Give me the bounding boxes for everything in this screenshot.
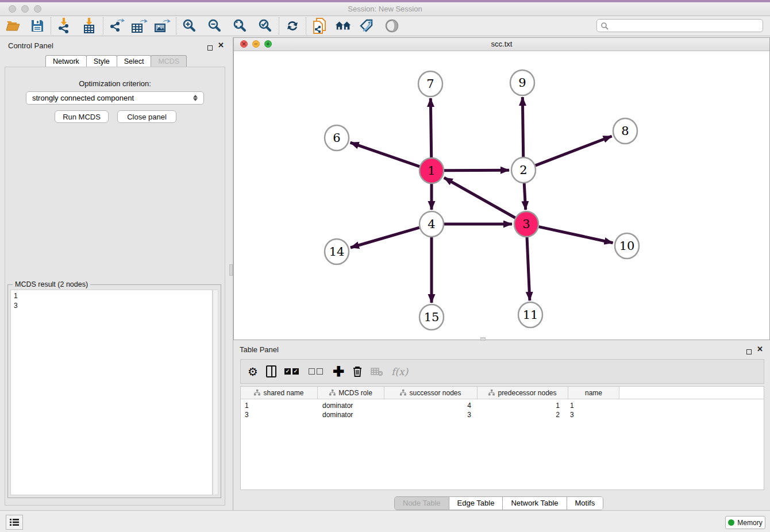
open-folder-icon[interactable] — [5, 17, 22, 34]
task-history-button[interactable] — [6, 515, 23, 530]
graph-node-3[interactable]: 3 — [514, 211, 538, 237]
export-table-icon[interactable] — [131, 17, 148, 34]
tab-edge-table[interactable]: Edge Table — [449, 497, 503, 510]
show-all-panels-icon[interactable] — [335, 17, 352, 34]
table-panel-header: Table Panel ✕ — [233, 343, 770, 358]
mcds-result-groupbox: MCDS result (2 nodes) 1 3 — [7, 284, 221, 498]
close-window-button[interactable] — [9, 5, 16, 13]
graph-node-9[interactable]: 9 — [510, 70, 534, 95]
delete-table-icon[interactable] — [371, 364, 383, 380]
mcds-result-text[interactable]: 1 3 — [10, 290, 213, 495]
tab-mcds[interactable]: MCDS — [151, 55, 187, 67]
export-network-icon[interactable] — [108, 17, 125, 34]
delete-column-icon[interactable] — [352, 364, 363, 380]
graph-edge-2-8[interactable] — [536, 136, 612, 165]
svg-text:4: 4 — [428, 217, 435, 231]
column-type-icon — [488, 390, 495, 396]
close-panel-icon[interactable]: ✕ — [218, 43, 224, 48]
add-column-icon[interactable]: ✚ — [333, 364, 344, 380]
graph-node-7[interactable]: 7 — [418, 71, 442, 97]
search-icon — [600, 22, 609, 30]
svg-text:11: 11 — [523, 308, 538, 322]
panel-splitter[interactable] — [229, 37, 233, 510]
column-header-predecessor-nodes[interactable]: predecessor nodes — [478, 387, 568, 399]
graph-edge-3-10[interactable] — [538, 227, 613, 243]
graph-edge-1-7[interactable] — [430, 98, 431, 158]
tab-network[interactable]: Network — [45, 55, 87, 67]
column-type-icon — [400, 390, 406, 396]
network-minimize-icon[interactable]: − — [252, 40, 260, 48]
network-canvas[interactable]: 7968124314101511 — [234, 51, 769, 340]
svg-text:8: 8 — [621, 124, 629, 138]
zoom-fit-icon[interactable] — [232, 17, 249, 34]
table-row[interactable]: 3 dominator 3 2 3 — [241, 411, 764, 420]
table-settings-gear-icon[interactable]: ⚙ — [248, 364, 258, 380]
run-mcds-button[interactable]: Run MCDS — [55, 110, 109, 123]
show-graphics-details-icon[interactable] — [383, 17, 401, 34]
select-all-icon[interactable]: ✓✓ — [284, 364, 301, 380]
close-panel-button[interactable]: Close panel — [117, 110, 176, 123]
network-resize-grip-icon[interactable] — [480, 337, 486, 341]
graph-node-11[interactable]: 11 — [518, 302, 542, 327]
graph-edge-1-2[interactable] — [444, 170, 509, 171]
memory-button[interactable]: Memory — [725, 516, 765, 529]
tab-style[interactable]: Style — [86, 55, 117, 67]
column-header-mcds-role[interactable]: MCDS role — [318, 387, 384, 399]
result-scrollbar[interactable] — [213, 290, 218, 495]
function-builder-icon[interactable]: f(x) — [391, 364, 408, 380]
new-network-from-selection-icon[interactable] — [311, 17, 328, 34]
import-network-icon[interactable] — [56, 17, 73, 34]
float-panel-icon[interactable] — [207, 43, 213, 53]
export-image-icon[interactable] — [154, 17, 171, 34]
graph-node-14[interactable]: 14 — [325, 239, 349, 264]
zoom-selected-icon[interactable] — [257, 17, 274, 34]
tab-node-table[interactable]: Node Table — [395, 497, 449, 510]
split-pane-icon[interactable] — [266, 364, 276, 380]
window-title: Session: New Session — [0, 2, 770, 16]
status-bar: Memory — [0, 510, 770, 532]
graph-edge-2-9[interactable] — [522, 97, 523, 157]
zoom-in-icon[interactable] — [181, 17, 198, 34]
criterion-dropdown[interactable]: strongly connected component — [26, 91, 204, 105]
network-close-icon[interactable]: ✕ — [240, 40, 248, 48]
hide-labels-icon[interactable] — [359, 17, 376, 34]
graph-edge-2-3[interactable] — [524, 183, 526, 210]
graph-edge-1-6[interactable] — [351, 142, 420, 167]
column-header-shared-name[interactable]: shared name — [241, 387, 318, 399]
import-table-icon[interactable] — [81, 17, 98, 34]
minimize-window-button[interactable] — [21, 5, 29, 13]
table-row[interactable]: 1 dominator 4 1 1 — [241, 402, 764, 411]
column-header-successor-nodes[interactable]: successor nodes — [384, 387, 478, 399]
svg-text:15: 15 — [424, 310, 440, 324]
graph-node-6[interactable]: 6 — [325, 125, 349, 151]
graph-node-2[interactable]: 2 — [511, 157, 536, 183]
tab-select[interactable]: Select — [117, 55, 152, 67]
zoom-out-icon[interactable] — [206, 17, 224, 34]
graph-node-1[interactable]: 1 — [419, 158, 444, 183]
save-session-icon[interactable] — [29, 17, 46, 34]
column-header-name[interactable]: name — [568, 387, 619, 399]
refresh-icon[interactable] — [284, 17, 301, 34]
table-close-panel-icon[interactable]: ✕ — [757, 346, 763, 352]
table-panel-title: Table Panel — [240, 345, 279, 354]
deselect-all-icon[interactable] — [309, 364, 325, 380]
splitter-grip-icon[interactable] — [229, 264, 233, 276]
network-window-title: scc.txt — [234, 38, 769, 51]
svg-text:10: 10 — [619, 239, 635, 253]
graph-edge-4-14[interactable] — [351, 228, 419, 248]
maximize-window-button[interactable] — [34, 5, 41, 13]
graph-edge-3-1[interactable] — [444, 178, 515, 218]
graph-node-15[interactable]: 15 — [419, 304, 444, 330]
graph-node-8[interactable]: 8 — [613, 118, 637, 144]
search-input[interactable] — [596, 19, 763, 32]
table-float-panel-icon[interactable] — [746, 346, 752, 357]
network-maximize-icon[interactable]: + — [264, 40, 272, 48]
graph-node-10[interactable]: 10 — [615, 233, 639, 259]
tab-motifs[interactable]: Motifs — [567, 497, 603, 510]
graph-node-4[interactable]: 4 — [419, 211, 444, 237]
svg-text:2: 2 — [519, 163, 527, 177]
dropdown-stepper-icon — [193, 95, 198, 101]
tab-network-table[interactable]: Network Table — [503, 497, 567, 510]
graph-edge-3-11[interactable] — [527, 237, 530, 300]
svg-text:9: 9 — [518, 76, 526, 90]
